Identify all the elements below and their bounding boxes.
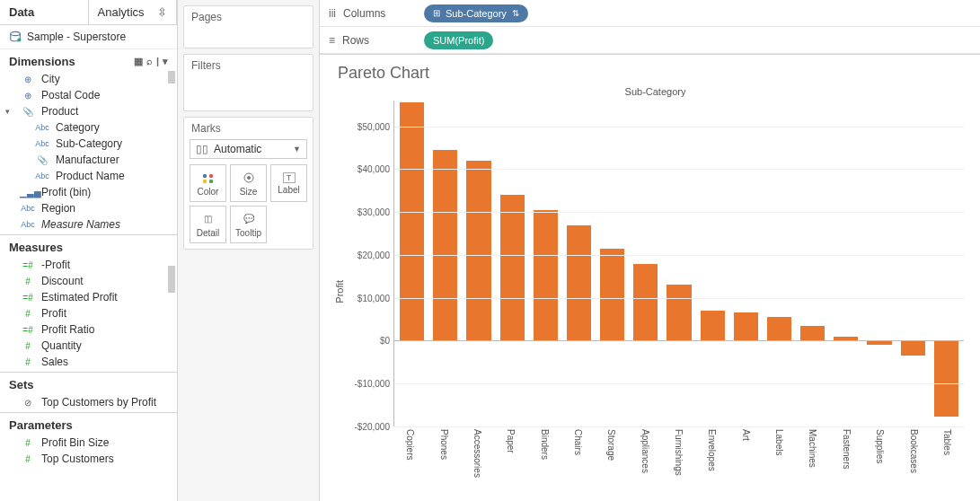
y-tick: $0: [380, 336, 390, 346]
grid-line: [394, 298, 964, 299]
tab-data[interactable]: Data: [0, 0, 89, 24]
dimension-profit-bin-[interactable]: ▁▃▅Profit (bin): [0, 184, 177, 200]
bar-art[interactable]: [732, 101, 760, 426]
rows-shelf[interactable]: ≡Rows SUM(Profit): [320, 27, 980, 54]
dimension-city[interactable]: ⊕City: [0, 71, 177, 87]
marks-size-button[interactable]: Size: [230, 164, 267, 202]
svg-point-4: [202, 179, 206, 182]
hash-icon: #: [20, 309, 36, 319]
field-label: Region: [41, 202, 75, 215]
tab-analytics-label: Analytics: [98, 5, 145, 19]
marks-color-button[interactable]: Color: [190, 164, 226, 202]
hierarchy-icon: ⊞: [433, 8, 440, 18]
dimension-manufacturer[interactable]: 📎Manufacturer: [0, 152, 177, 168]
field-label: Quantity: [41, 339, 82, 352]
bar-storage[interactable]: [598, 101, 626, 426]
hash-icon: #: [20, 357, 36, 367]
columns-icon: iii: [329, 7, 336, 20]
field-label: Profit Ratio: [41, 323, 94, 336]
bar-binders[interactable]: [532, 101, 560, 426]
bar-supplies[interactable]: [865, 101, 893, 426]
param-profit-bin-size[interactable]: # Profit Bin Size: [0, 435, 177, 451]
abc-icon: Abc: [34, 171, 50, 180]
abc-icon: Abc: [34, 123, 50, 132]
pages-card[interactable]: Pages: [183, 5, 313, 48]
clip-icon: 📎: [20, 107, 36, 117]
dimension-product-name[interactable]: AbcProduct Name: [0, 168, 177, 184]
columns-shelf[interactable]: iiiColumns ⊞ Sub-Category ⇅: [320, 0, 980, 27]
grid-line: [394, 212, 964, 213]
y-tick: $30,000: [358, 207, 390, 217]
search-icon[interactable]: ⌕: [146, 56, 153, 67]
bar-phones[interactable]: [431, 101, 459, 426]
dimension-measure-names[interactable]: AbcMeasure Names: [0, 216, 177, 233]
dimension-region[interactable]: AbcRegion: [0, 200, 177, 216]
marks-type-label: Automatic: [214, 143, 261, 155]
field-label: Category: [56, 121, 100, 134]
measure-profit-ratio[interactable]: =#Profit Ratio: [0, 321, 177, 338]
dimension-sub-category[interactable]: AbcSub-Category: [0, 136, 177, 152]
bar-fasteners[interactable]: [832, 101, 860, 426]
dimension-postal-code[interactable]: ⊕Postal Code: [0, 87, 177, 103]
bar-machines[interactable]: [799, 101, 826, 426]
bar-bookcases[interactable]: [899, 101, 927, 426]
x-tick: Accessories: [461, 426, 494, 497]
field-label: -Profit: [41, 259, 70, 271]
tab-analytics[interactable]: Analytics⇳: [89, 0, 178, 24]
x-tick: Tables: [931, 426, 964, 497]
label-icon: T: [283, 172, 296, 183]
dimension-category[interactable]: AbcCategory: [0, 119, 177, 136]
columns-label: Columns: [343, 7, 385, 20]
grid-line: [394, 255, 964, 256]
marks-type-dropdown[interactable]: ▯▯ Automatic ▼: [190, 139, 307, 159]
pill-label: SUM(Profit): [433, 35, 484, 46]
scrollbar-thumb[interactable]: [168, 266, 175, 293]
field-label: Profit (bin): [41, 186, 91, 198]
bar-furnishings[interactable]: [665, 101, 693, 426]
parameters-list: # Profit Bin Size # Top Customers: [0, 435, 177, 467]
marks-tooltip-button[interactable]: 💬 Tooltip: [230, 206, 267, 243]
param-top-customers[interactable]: # Top Customers: [0, 451, 177, 467]
filters-card[interactable]: Filters: [183, 54, 313, 111]
measure-profit[interactable]: #Profit: [0, 305, 177, 321]
view-grid-icon[interactable]: ▦: [134, 56, 143, 67]
marks-detail-button[interactable]: ◫ Detail: [190, 206, 226, 243]
y-tick: $40,000: [358, 164, 390, 174]
svg-point-3: [208, 173, 212, 177]
svg-point-1: [17, 38, 21, 41]
abc-icon: Abc: [20, 220, 36, 229]
pill-sum-profit[interactable]: SUM(Profit): [424, 31, 493, 49]
measure-estimated-profit[interactable]: =#Estimated Profit: [0, 289, 177, 305]
field-label: Estimated Profit: [41, 291, 118, 303]
x-tick: Art: [729, 426, 763, 497]
dimensions-menu-icon[interactable]: ▾: [163, 56, 168, 67]
bar-paper[interactable]: [499, 101, 526, 426]
bar-envelopes[interactable]: [699, 101, 727, 426]
scrollbar-thumb[interactable]: [168, 71, 175, 84]
set-top-customers-profit[interactable]: ⊘ Top Customers by Profit: [0, 394, 177, 410]
svg-point-0: [11, 31, 21, 35]
pill-sub-category[interactable]: ⊞ Sub-Category ⇅: [424, 4, 528, 22]
svg-point-2: [202, 173, 206, 177]
bar-chairs[interactable]: [565, 101, 593, 426]
measure-sales[interactable]: #Sales: [0, 354, 177, 370]
bar-appliances[interactable]: [631, 101, 659, 426]
dimension-product[interactable]: ▾📎Product: [0, 103, 177, 119]
measure--profit[interactable]: =#-Profit: [0, 257, 177, 273]
bar-tables[interactable]: [932, 101, 960, 426]
field-label: Postal Code: [41, 89, 100, 101]
param-label: Top Customers: [41, 453, 114, 465]
bar-labels[interactable]: [765, 101, 793, 426]
bar-accessories[interactable]: [464, 101, 492, 426]
marks-tooltip-label: Tooltip: [235, 228, 261, 238]
y-tick: $10,000: [358, 293, 390, 303]
viz-title[interactable]: Pareto Chart: [338, 64, 964, 83]
datasource-row[interactable]: Sample - Superstore: [0, 25, 177, 49]
collapse-icon[interactable]: ▾: [5, 107, 10, 116]
marks-label-button[interactable]: T Label: [270, 164, 307, 202]
bar-copiers[interactable]: [398, 101, 426, 426]
data-tabs: Data Analytics⇳: [0, 0, 177, 25]
x-tick: Phones: [427, 426, 460, 497]
measure-discount[interactable]: #Discount: [0, 273, 177, 289]
measure-quantity[interactable]: #Quantity: [0, 338, 177, 354]
